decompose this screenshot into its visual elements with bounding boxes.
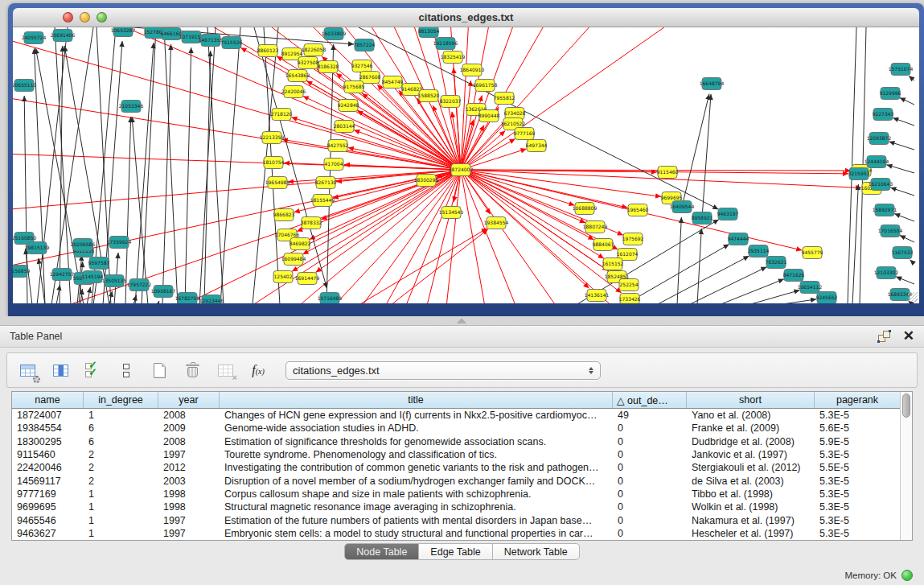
column-header-in_degree[interactable]: in_degree <box>84 392 158 408</box>
graph-node[interactable]: 12942757 <box>50 269 75 281</box>
graph-node[interactable]: 10653287 <box>111 27 136 37</box>
column-header-name[interactable]: name <box>12 392 84 408</box>
graph-node[interactable]: 8471626 <box>783 270 805 282</box>
delete-rows-trash-icon[interactable] <box>182 360 203 380</box>
column-header-pagerank[interactable]: pagerank <box>815 392 900 408</box>
selected-graph-node[interactable]: 1615152 <box>602 258 624 270</box>
close-window-button[interactable] <box>63 12 73 23</box>
graph-node[interactable]: 17016504 <box>878 225 903 237</box>
graph-node[interactable]: 15751074 <box>889 64 914 76</box>
graph-node[interactable]: 1167533 <box>892 247 914 259</box>
selected-graph-node[interactable]: 19654985 <box>265 177 290 189</box>
show-columns-icon[interactable] <box>50 360 71 380</box>
graph-node[interactable]: 16409544 <box>670 201 695 213</box>
network-canvas[interactable]: 1872400788601238912954182260589327508818… <box>13 27 919 303</box>
network-graph[interactable]: 1872400788601238912954182260589327508818… <box>13 27 919 303</box>
selected-graph-node[interactable]: 9777169 <box>514 128 536 140</box>
selected-graph-node[interactable]: 10688809 <box>573 203 598 215</box>
graph-node[interactable]: 12923446 <box>199 295 224 304</box>
zoom-window-button[interactable] <box>97 12 107 23</box>
graph-node[interactable]: 16210643 <box>869 179 893 191</box>
selected-graph-node[interactable]: 19384554 <box>484 217 509 229</box>
selected-graph-node[interactable]: 1810754 <box>263 157 285 169</box>
graph-node[interactable]: 17359924 <box>107 237 132 249</box>
selected-graph-node[interactable]: 1588520 <box>418 90 440 102</box>
graph-node[interactable]: 2935114 <box>748 245 770 257</box>
selected-graph-node[interactable]: 16961758 <box>473 80 498 92</box>
table-row[interactable]: 2242004622012Investigating the contribut… <box>12 461 900 474</box>
canvas-resize-grip[interactable] <box>908 292 918 302</box>
selected-graph-node[interactable]: 9327508 <box>298 57 319 69</box>
selected-graph-node[interactable]: 15134545 <box>439 207 464 219</box>
selected-graph-node[interactable]: 8454749 <box>382 76 404 89</box>
graph-node[interactable]: 10958167 <box>151 286 176 298</box>
minimize-window-button[interactable] <box>80 12 90 23</box>
graph-node[interactable]: 14671355 <box>199 35 224 47</box>
selected-graph-node[interactable]: 8267130 <box>315 177 337 189</box>
tab-network-table[interactable]: Network Table <box>493 543 580 560</box>
graph-node[interactable]: 15892971 <box>873 204 897 216</box>
selected-graph-node[interactable]: 16543862 <box>285 70 310 82</box>
selected-graph-node[interactable]: 18640910 <box>460 64 485 76</box>
selected-graph-node[interactable]: 8427552 <box>327 140 349 152</box>
graph-node[interactable]: 7632621 <box>766 257 787 269</box>
tab-edge-table[interactable]: Edge Table <box>419 543 492 560</box>
selected-graph-node[interactable]: 18155449 <box>310 195 335 207</box>
graph-node[interactable]: 12093872 <box>867 133 892 145</box>
column-header-year[interactable]: year <box>158 392 220 408</box>
graph-node[interactable]: 9245652 <box>816 292 838 304</box>
graph-node[interactable]: 7857224 <box>354 39 376 51</box>
float-panel-icon[interactable] <box>878 331 890 342</box>
selected-graph-node[interactable]: 14136141 <box>585 290 610 302</box>
graph-node[interactable]: 8813054 <box>418 27 440 38</box>
selected-graph-node[interactable]: 1965460 <box>627 204 649 216</box>
selected-graph-node[interactable]: 8469822 <box>290 238 311 250</box>
close-panel-icon[interactable]: ✕ <box>903 331 914 342</box>
selected-graph-node[interactable]: 9866823 <box>273 209 295 221</box>
table-row[interactable]: 911546021997Tourette syndrome. Phenomeno… <box>12 448 900 461</box>
network-window-titlebar[interactable]: citations_edges.txt <box>13 8 919 27</box>
selected-graph-node[interactable]: 8990448 <box>478 110 500 122</box>
selected-graph-node[interactable]: 16099484 <box>281 253 306 266</box>
selected-graph-node[interactable]: 125402 <box>273 271 293 283</box>
table-row[interactable]: 1830029562008Estimation of significance … <box>12 435 900 448</box>
graph-node[interactable]: 9227343 <box>873 109 894 121</box>
selected-graph-node[interactable]: 6497344 <box>526 140 548 152</box>
selected-graph-node[interactable]: 18807249 <box>583 221 608 233</box>
graph-node[interactable]: 12444194 <box>864 156 889 168</box>
column-header-out_degree[interactable]: △ out_de… <box>613 392 687 408</box>
selected-graph-node[interactable]: 1733426 <box>619 294 641 304</box>
graph-node[interactable]: 9474444 <box>728 233 749 245</box>
table-selector-dropdown[interactable]: citations_edges.txt <box>285 361 601 380</box>
create-table-icon[interactable] <box>149 360 170 380</box>
table-row[interactable]: 1938455462009Genome-wide association stu… <box>12 422 900 435</box>
selected-graph-node[interactable]: 9242848 <box>338 100 359 112</box>
graph-node[interactable]: 16033809 <box>322 28 347 40</box>
table-row[interactable]: 1456911722003Disruption of a novel membe… <box>12 474 900 487</box>
table-row[interactable]: 977716911998Corpus callosum shape and si… <box>12 488 900 501</box>
graph-node[interactable]: 3215953 <box>848 168 870 180</box>
graph-node[interactable]: 11156859 <box>13 266 30 278</box>
selected-graph-node[interactable]: 12213359 <box>260 132 285 144</box>
table-row[interactable]: 969969511998Structural magnetic resonanc… <box>12 501 900 513</box>
selected-graph-node[interactable]: 9175685 <box>343 81 365 93</box>
graph-node[interactable]: 19815139 <box>25 242 50 254</box>
column-header-title[interactable]: title <box>220 392 613 408</box>
selected-graph-node[interactable]: 1975692 <box>622 233 644 245</box>
selected-graph-node[interactable]: 252254 <box>619 279 639 291</box>
graph-node[interactable]: 19218596 <box>433 38 458 50</box>
selected-graph-node[interactable]: 8860123 <box>257 45 279 57</box>
selected-graph-node[interactable]: 2718120 <box>271 109 293 121</box>
selected-graph-node[interactable]: 417004 <box>324 159 343 171</box>
selected-graph-node[interactable]: 9455779 <box>802 247 823 259</box>
graph-node[interactable]: 9463197 <box>717 208 739 220</box>
selected-graph-node[interactable]: 18300295 <box>414 175 439 187</box>
graph-node[interactable]: 20691406 <box>51 30 76 42</box>
row-options-icon[interactable] <box>116 360 137 380</box>
selected-graph-node[interactable]: 9327546 <box>351 60 373 72</box>
selected-graph-node[interactable]: 18325419 <box>441 51 466 64</box>
selected-graph-node[interactable]: 8322037 <box>440 96 462 108</box>
graph-node[interactable]: 7515526 <box>221 37 243 49</box>
graph-node[interactable]: 16782759 <box>175 293 200 304</box>
selected-graph-node[interactable]: 18724007 <box>449 164 474 176</box>
